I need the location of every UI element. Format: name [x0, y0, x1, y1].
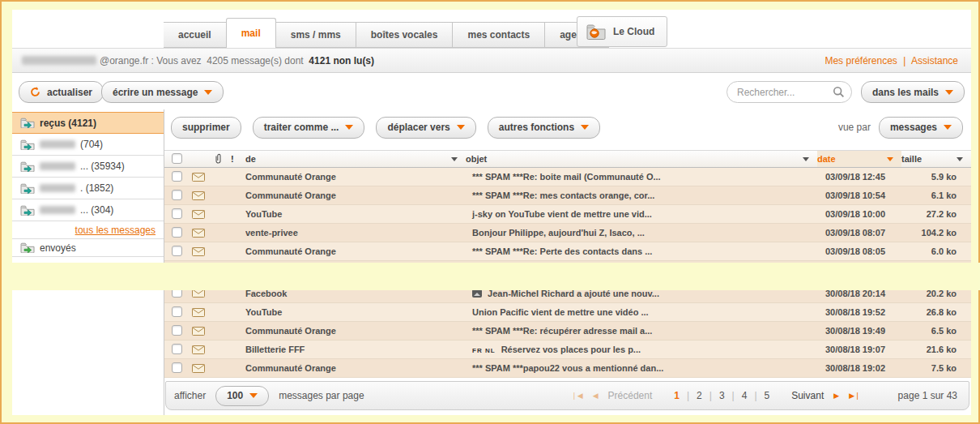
folder-item[interactable]: . (1852): [12, 178, 164, 199]
page-number-button[interactable]: 5: [757, 390, 778, 401]
mail-row[interactable]: Communauté Orange *** SPAM ***papou22 vo…: [164, 359, 971, 378]
nav-tab[interactable]: sms / mms: [276, 22, 356, 48]
page-number-button[interactable]: 1: [667, 390, 687, 401]
last-page-button[interactable]: ▶❘: [849, 392, 860, 400]
folder-inbox-icon: [20, 205, 35, 216]
compose-button[interactable]: écrire un message: [101, 81, 224, 103]
first-page-button[interactable]: ❘◀: [571, 392, 582, 400]
mail-date: 30/08/18 20:14: [817, 290, 901, 298]
status-links: Mes préférences | Assistance: [824, 55, 958, 66]
delete-button[interactable]: supprimer: [171, 117, 241, 139]
mail-row[interactable]: YouTube j-sky on YouTube vient de mettre…: [164, 205, 971, 224]
row-checkbox[interactable]: [172, 227, 182, 238]
mail-from: YouTube: [245, 307, 466, 317]
row-checkbox[interactable]: [172, 246, 182, 256]
mail-row[interactable]: YouTube Union Pacific vient de mettre un…: [164, 303, 971, 322]
search-input[interactable]: [737, 87, 833, 98]
row-checkbox[interactable]: [172, 344, 182, 354]
redacted-folder-name: [40, 206, 75, 214]
mail-row[interactable]: Communauté Orange *** SPAM ***Re: récupé…: [164, 322, 971, 340]
view-by-button[interactable]: messages: [879, 117, 963, 139]
mail-subject: FR NL Réservez vos places pour les p...: [466, 345, 817, 354]
move-to-button[interactable]: déplacer vers: [376, 117, 475, 139]
column-header-from[interactable]: de: [245, 151, 466, 167]
unread-envelope-icon: [187, 345, 215, 354]
folder-item[interactable]: ... (35934): [12, 156, 164, 178]
nav-tab[interactable]: boîtes vocales: [356, 22, 454, 48]
mail-row[interactable]: Communauté Orange *** SPAM ***Re: boite …: [164, 168, 971, 186]
sort-arrow-icon: [887, 157, 893, 161]
mail-date: 03/09/18 12:45: [817, 172, 901, 182]
mail-date: 30/08/18 19:02: [817, 363, 901, 373]
previous-page-arrow-icon[interactable]: ◀: [593, 392, 599, 400]
folder-sent-icon: [20, 242, 35, 253]
mail-size: 27.2 ko: [901, 209, 971, 219]
refresh-button[interactable]: actualiser: [19, 81, 104, 103]
column-header-subject[interactable]: objet: [466, 151, 817, 167]
unread-envelope-icon: [187, 364, 215, 373]
search-box[interactable]: [726, 81, 852, 103]
page-number-button[interactable]: 4: [735, 390, 755, 401]
tab-label: sms / mms: [291, 29, 341, 41]
mail-size: 104.2 ko: [901, 228, 971, 238]
folder-label: reçus (4121): [40, 118, 96, 129]
mail-from: Communauté Orange: [245, 326, 466, 336]
attachment-column-icon[interactable]: [215, 153, 231, 165]
mail-row[interactable]: Billetterie FFF FR NL Réservez vos place…: [164, 340, 971, 359]
preferences-link[interactable]: Mes préférences: [824, 55, 897, 66]
other-functions-button[interactable]: autres fonctions: [488, 117, 600, 139]
folder-sent[interactable]: envoyés: [12, 239, 164, 257]
next-page-button[interactable]: Suivant: [791, 390, 824, 401]
treat-as-button[interactable]: traiter comme ...: [253, 117, 365, 139]
language-tag: FR NL: [472, 347, 496, 354]
account-text: @orange.fr : Vous avez 4205 message(s) d…: [100, 55, 374, 66]
tab-label: mail: [241, 28, 261, 39]
nav-tab[interactable]: mail: [226, 18, 276, 48]
page-number-button[interactable]: 2: [689, 390, 709, 401]
column-header-size[interactable]: taille: [901, 151, 971, 167]
unread-envelope-icon: [187, 247, 215, 256]
mail-subject: *** SPAM ***Re: boite mail (Communauté O…: [466, 172, 817, 182]
folder-label: ... (35934): [80, 161, 125, 172]
select-all-checkbox[interactable]: [172, 153, 182, 164]
row-checkbox[interactable]: [172, 306, 182, 317]
folder-item[interactable]: (704): [12, 134, 164, 156]
row-checkbox[interactable]: [172, 171, 182, 182]
mail-row[interactable]: Communauté Orange *** SPAM ***Re: Perte …: [164, 242, 971, 261]
mail-row[interactable]: vente-privee Bonjour Philippe, aujourd'h…: [164, 224, 971, 242]
per-page-button[interactable]: 100: [215, 386, 269, 406]
folder-item[interactable]: reçus (4121): [12, 112, 164, 134]
row-checkbox[interactable]: [172, 325, 182, 336]
page-number-button[interactable]: 3: [712, 390, 732, 401]
column-header-date[interactable]: date: [817, 151, 901, 167]
tab-label: mes contacts: [467, 29, 530, 41]
row-checkbox[interactable]: [172, 290, 182, 298]
tab-le-cloud[interactable]: Le Cloud: [577, 16, 667, 47]
search-scope-button[interactable]: dans les mails: [861, 81, 965, 103]
priority-column-icon[interactable]: !: [231, 154, 245, 164]
previous-page-button[interactable]: Précédent: [608, 390, 653, 401]
cloud-folder-icon: [586, 24, 607, 40]
folder-sent-label: envoyés: [40, 242, 76, 254]
nav-tab[interactable]: mes contacts: [453, 22, 545, 48]
row-checkbox[interactable]: [172, 362, 182, 373]
row-checkbox[interactable]: [172, 190, 182, 200]
folder-label: . (1852): [80, 182, 113, 194]
assistance-link[interactable]: Assistance: [911, 55, 958, 66]
mail-from: YouTube: [245, 209, 466, 219]
row-checkbox[interactable]: [172, 208, 182, 219]
mail-size: 6.0 ko: [901, 246, 971, 256]
per-page-suffix: messages par page: [279, 390, 364, 401]
folder-item[interactable]: ... (304): [12, 199, 164, 221]
search-icon[interactable]: [833, 86, 845, 98]
all-messages-link[interactable]: tous les messages: [75, 225, 156, 236]
sort-arrow-icon: [803, 157, 809, 161]
mail-row[interactable]: Communauté Orange *** SPAM ***Re: mes co…: [164, 186, 971, 205]
next-page-arrow-icon[interactable]: ▶: [833, 392, 839, 400]
redacted-folder-name: [40, 162, 75, 170]
mail-size: 6.5 ko: [901, 326, 971, 336]
mail-from: vente-privee: [245, 228, 466, 238]
mail-row[interactable]: Facebook Jean-Michel Richard a ajouté un…: [164, 290, 971, 303]
tab-label: boîtes vocales: [371, 29, 438, 41]
nav-tab[interactable]: accueil: [164, 22, 227, 48]
